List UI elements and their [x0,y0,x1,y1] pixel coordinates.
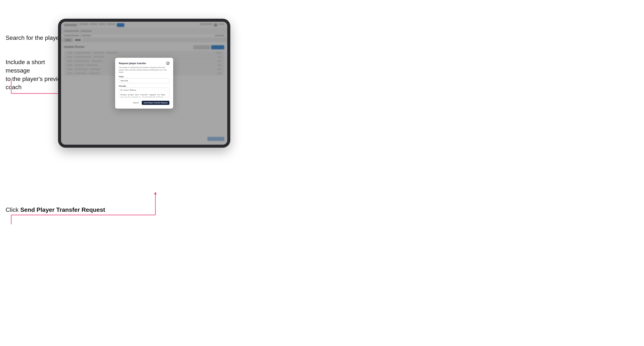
player-search-input[interactable] [119,78,170,83]
modal-title: Request player transfer [119,62,146,65]
annotation-click-text: Click Send Player Transfer Request [6,206,105,214]
message-textarea[interactable]: Hi Coach McHarg, Please accept this tran… [119,88,170,97]
player-field-label: Player [119,76,170,78]
send-transfer-request-button[interactable]: Send Player Transfer Request [142,101,170,105]
modal-close-button[interactable]: ✕ [166,61,170,65]
svg-marker-7 [154,192,157,194]
message-field-label: Message [119,85,170,87]
annotation-search-text: Search for the player. [6,34,62,42]
cancel-button[interactable]: Cancel [132,101,140,105]
modal-header: Request player transfer ✕ [119,61,170,65]
transfer-request-modal: Request player transfer ✕ If the player … [115,58,173,109]
modal-actions: Cancel Send Player Transfer Request [119,101,170,105]
modal-overlay: Request player transfer ✕ If the player … [61,22,227,145]
tablet-screen: Update Roster [61,22,227,145]
modal-description: If the player is transferring from anoth… [119,66,170,73]
tablet-device: Update Roster [58,19,230,148]
